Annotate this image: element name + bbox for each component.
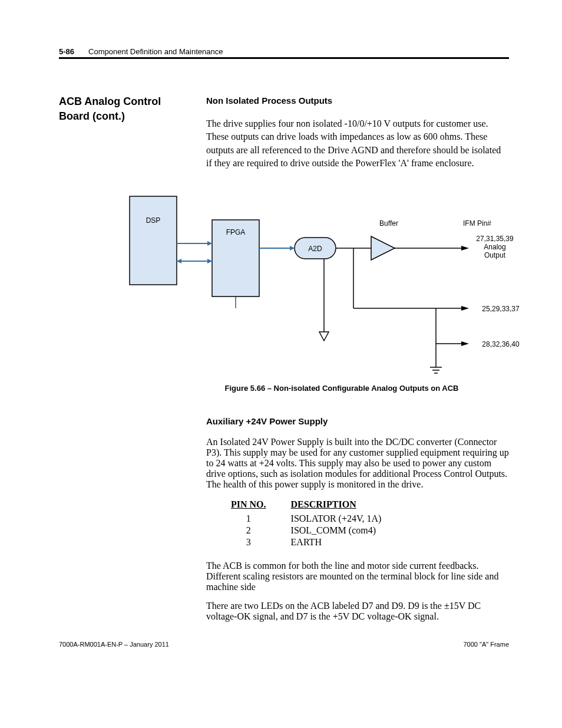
footer-left: 7000A-RM001A-EN-P – January 2011 (59, 641, 169, 648)
dsp-label: DSP (146, 216, 161, 225)
sidebar-heading: ACB Analog Control Board (cont.) (59, 94, 183, 179)
svg-text:Analog: Analog (484, 243, 505, 251)
footer-right: 7000 "A" Frame (463, 641, 509, 648)
pin-no: 1 (231, 513, 290, 524)
a2d-label: A2D (308, 245, 322, 253)
table-row: 2 ISOL_COMM (com4) (231, 525, 405, 536)
page-number: 5-86 (59, 47, 74, 56)
svg-marker-18 (461, 306, 469, 311)
section-heading-aux24v: Auxiliary +24V Power Supply (206, 416, 509, 426)
section2-paragraph1: An Isolated 24V Power Supply is built in… (206, 437, 509, 490)
buffer-label: Buffer (379, 219, 398, 228)
pins-top: 27,31,35,39 (476, 235, 514, 243)
table-row: 1 ISOLATOR (+24V, 1A) (231, 513, 405, 524)
pin-desc: EARTH (291, 537, 405, 548)
pin-desc: ISOLATOR (+24V, 1A) (291, 513, 405, 524)
pin-header-desc: DESCRIPTION (291, 499, 405, 512)
page-header: 5-86 Component Definition and Maintenanc… (59, 47, 509, 59)
pin-table: PIN NO. DESCRIPTION 1 ISOLATOR (+24V, 1A… (230, 498, 406, 549)
pin-header-pinno: PIN NO. (231, 499, 290, 512)
ifm-pin-label: IFM Pin# (463, 219, 491, 228)
pins-mid: 25,29,33,37 (482, 305, 520, 313)
svg-marker-5 (177, 259, 181, 263)
svg-marker-20 (319, 332, 329, 341)
section2-paragraph3: There are two LEDs on the ACB labeled D7… (206, 601, 509, 622)
diagram-svg: DSP FPGA A2D Buffer (124, 190, 560, 379)
fpga-label: FPGA (226, 228, 246, 236)
svg-rect-0 (130, 196, 177, 285)
svg-marker-3 (207, 241, 212, 246)
section1-paragraph: The drive supplies four non isolated -10… (206, 117, 509, 170)
svg-marker-6 (207, 259, 212, 263)
sidebar-title-line1: ACB Analog Control (59, 94, 183, 109)
figure-caption: Figure 5.66 – Non-isolated Configurable … (124, 384, 560, 393)
svg-marker-13 (461, 246, 469, 251)
table-row: 3 EARTH (231, 537, 405, 548)
svg-marker-10 (371, 236, 395, 260)
pin-desc: ISOL_COMM (com4) (291, 525, 405, 536)
pin-no: 3 (231, 537, 290, 548)
pins-bot: 28,32,36,40 (482, 340, 520, 348)
figure-block-diagram: DSP FPGA A2D Buffer (124, 190, 509, 393)
svg-text:Output: Output (484, 251, 506, 259)
sidebar-title-line2: Board (cont.) (59, 109, 183, 124)
svg-marker-9 (290, 246, 295, 251)
running-title: Component Definition and Maintenance (88, 47, 509, 56)
svg-marker-23 (461, 341, 469, 346)
section-heading-nonisolated: Non Isolated Process Outputs (206, 94, 509, 107)
pin-no: 2 (231, 525, 290, 536)
page-footer: 7000A-RM001A-EN-P – January 2011 7000 "A… (59, 641, 509, 648)
section2-paragraph2: The ACB is common for both the line and … (206, 561, 509, 592)
